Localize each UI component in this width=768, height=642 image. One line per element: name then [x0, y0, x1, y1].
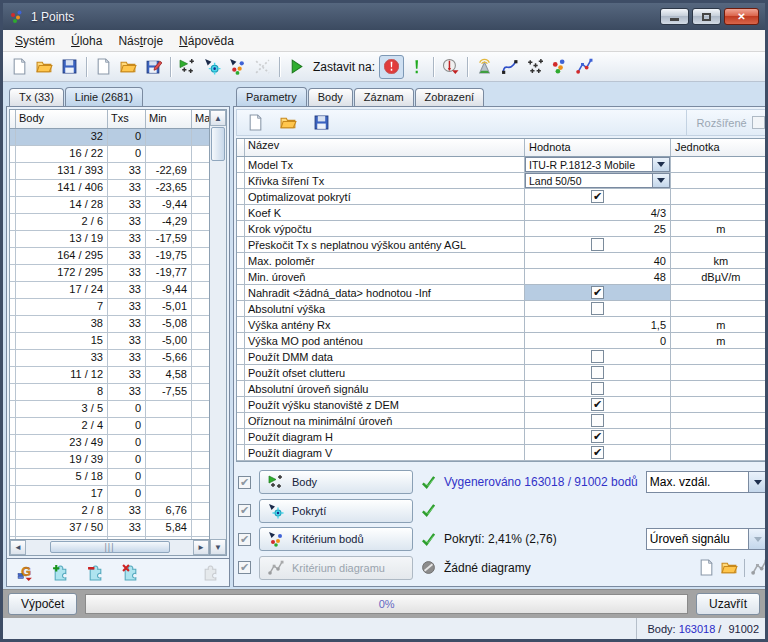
spline-button[interactable]	[497, 55, 522, 79]
menu-uloha[interactable]: Úloha	[63, 32, 110, 50]
menu-system[interactable]: Systém	[7, 32, 63, 50]
param-checkbox[interactable]	[591, 302, 604, 315]
param-value-cell[interactable]: Land 50/50	[525, 173, 671, 188]
points-criterion-button[interactable]	[225, 55, 250, 79]
add-points-button[interactable]	[175, 55, 200, 79]
param-row[interactable]: Použít výšku stanoviště z DEM	[237, 397, 768, 413]
param-checkbox[interactable]	[591, 350, 604, 363]
plus-points-button[interactable]	[522, 55, 547, 79]
dropdown-arrow-icon[interactable]	[652, 174, 669, 187]
param-row[interactable]: Výška antény Rx1,5m	[237, 317, 768, 333]
left-tab-linie2681[interactable]: Linie (2681)	[65, 87, 143, 106]
table-row[interactable]: 13 / 1933-17,5939	[10, 231, 209, 248]
param-value-dropdown[interactable]: Land 50/50	[525, 173, 670, 188]
table-row[interactable]: 164 / 29533-19,7541	[10, 248, 209, 265]
coverage-enabled-checkbox[interactable]	[238, 504, 251, 517]
param-checkbox[interactable]	[591, 286, 604, 299]
table-row[interactable]: 320	[10, 129, 209, 146]
table-row[interactable]: 23 / 490	[10, 435, 209, 452]
table-row[interactable]: 141 / 40633-23,6539	[10, 180, 209, 197]
param-value-cell[interactable]: 4/3	[525, 205, 671, 220]
table-row[interactable]: 172 / 29533-19,7741	[10, 265, 209, 282]
table-row[interactable]: 1533-5,0038	[10, 333, 209, 350]
param-row[interactable]: Krok výpočtu25m	[237, 221, 768, 237]
scroll-down-icon[interactable]: ▼	[210, 539, 226, 555]
coverage-button[interactable]: Pokrytí	[259, 499, 413, 523]
left-table-hscrollbar[interactable]: ◄ ||| ►	[10, 539, 209, 555]
param-checkbox[interactable]	[591, 414, 604, 427]
run-button[interactable]	[284, 55, 309, 79]
param-value-cell[interactable]: 0	[525, 333, 671, 348]
param-row[interactable]: Optimalizovat pokrytí	[237, 189, 768, 205]
param-row[interactable]: Oříznout na minimální úroveň	[237, 413, 768, 429]
param-column-header-hodnota[interactable]: Hodnota	[525, 139, 671, 156]
open-folder-button[interactable]	[116, 55, 141, 79]
close-button[interactable]: ✕	[724, 8, 759, 25]
param-checkbox[interactable]	[591, 382, 604, 395]
param-value-cell[interactable]: ITU-R P.1812-3 Mobile	[525, 157, 671, 172]
right-tab-parametry[interactable]: Parametry	[236, 87, 307, 106]
table-row[interactable]: 2 / 40	[10, 418, 209, 435]
table-row[interactable]: 2 / 633-4,2938	[10, 214, 209, 231]
column-header-txs[interactable]: Txs	[108, 110, 146, 128]
left-table-vscrollbar[interactable]: ▲ ▼	[209, 110, 226, 555]
save-button[interactable]	[309, 111, 334, 135]
goto-g-button[interactable]	[13, 561, 38, 585]
right-tab-zaznam[interactable]: Záznam	[354, 88, 414, 106]
param-checkbox[interactable]	[591, 430, 604, 443]
color-dots-button[interactable]	[547, 55, 572, 79]
table-row[interactable]: 733-5,0138	[10, 299, 209, 316]
new-file-button[interactable]	[7, 55, 32, 79]
column-header-body[interactable]: Body	[16, 110, 108, 128]
compute-button[interactable]: Výpočet	[8, 593, 77, 615]
right-tab-body[interactable]: Body	[308, 88, 353, 106]
param-row[interactable]: Použít ofset clutteru	[237, 365, 768, 381]
param-checkbox[interactable]	[591, 398, 604, 411]
open-folder-icon[interactable]	[721, 559, 738, 576]
param-value-cell[interactable]: 25	[525, 221, 671, 236]
minimize-button[interactable]	[660, 8, 689, 25]
column-header-max[interactable]: Max	[192, 110, 209, 128]
max-distance-dropdown[interactable]: Max. vzdál.	[646, 471, 768, 493]
path-button[interactable]	[572, 55, 597, 79]
table-row[interactable]: 17 / 2433-9,4439	[10, 282, 209, 299]
scroll-left-icon[interactable]: ◄	[10, 540, 26, 555]
vscroll-thumb[interactable]	[211, 127, 225, 161]
param-column-header-jednotka[interactable]: Jednotka	[671, 139, 768, 156]
param-checkbox[interactable]	[591, 190, 604, 203]
puzzle-add-button[interactable]	[48, 561, 73, 585]
open-folder-button[interactable]	[32, 55, 57, 79]
param-checkbox[interactable]	[591, 446, 604, 459]
table-row[interactable]: 19 / 390	[10, 452, 209, 469]
param-value-cell[interactable]: 48	[525, 269, 671, 284]
param-row[interactable]: Absolutní úroveň signálu	[237, 381, 768, 397]
puzzle-remove-button[interactable]	[83, 561, 108, 585]
right-tab-zobrazeni[interactable]: Zobrazení	[415, 88, 485, 106]
table-row[interactable]: 37 / 50335,8452	[10, 520, 209, 537]
table-row[interactable]: 14 / 2833-9,4439	[10, 197, 209, 214]
scroll-up-icon[interactable]: ▲	[210, 110, 226, 126]
table-row[interactable]: 11 / 12334,5846	[10, 367, 209, 384]
hscroll-thumb[interactable]: |||	[50, 541, 170, 553]
left-tab-tx33[interactable]: Tx (33)	[9, 88, 64, 106]
table-row[interactable]: 833-7,5543	[10, 384, 209, 401]
param-row[interactable]: Min. úroveň48dBµV/m	[237, 269, 768, 285]
column-header-min[interactable]: Min	[146, 110, 192, 128]
param-checkbox[interactable]	[591, 366, 604, 379]
param-checkbox[interactable]	[591, 238, 604, 251]
table-row[interactable]: 3833-5,0838	[10, 316, 209, 333]
new-file-button[interactable]	[91, 55, 116, 79]
param-row[interactable]: Výška MO pod anténou0m	[237, 333, 768, 349]
param-value-dropdown[interactable]: ITU-R P.1812-3 Mobile	[525, 157, 670, 172]
save-button[interactable]	[57, 55, 82, 79]
table-row[interactable]: 2 / 8336,7646	[10, 503, 209, 520]
puzzle-delete-button[interactable]	[118, 561, 143, 585]
points-criterion-button[interactable]: Kritérium bodů	[259, 527, 413, 551]
points-criterion-enabled-checkbox[interactable]	[238, 533, 251, 546]
coverage-button[interactable]	[200, 55, 225, 79]
scroll-right-icon[interactable]: ►	[193, 540, 209, 555]
new-file-button[interactable]	[243, 111, 268, 135]
dropdown-arrow-icon[interactable]	[652, 158, 669, 171]
table-row[interactable]: 170	[10, 486, 209, 503]
param-row[interactable]: Max. poloměr40km	[237, 253, 768, 269]
